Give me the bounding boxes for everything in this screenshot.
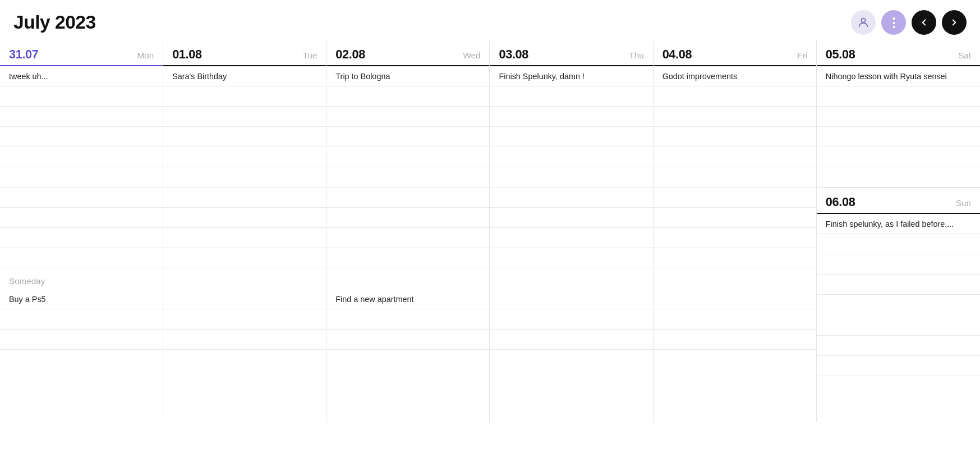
empty-row[interactable] xyxy=(654,107,816,127)
empty-row[interactable] xyxy=(817,316,980,336)
empty-row[interactable] xyxy=(163,127,326,147)
day-name-05-08: Sat xyxy=(958,51,971,60)
empty-row[interactable] xyxy=(0,330,163,350)
someday-label-blank: Someday xyxy=(163,268,326,289)
empty-row[interactable] xyxy=(654,208,816,228)
empty-row[interactable] xyxy=(0,309,163,330)
empty-row[interactable] xyxy=(0,228,163,248)
empty-row[interactable] xyxy=(163,167,326,188)
empty-row[interactable] xyxy=(326,228,489,248)
someday-task-row[interactable]: Buy a Ps5 xyxy=(0,289,163,309)
task-text: Sara's Birthday xyxy=(172,72,227,81)
empty-row[interactable] xyxy=(163,330,326,350)
empty-row[interactable] xyxy=(326,248,489,268)
empty-row[interactable] xyxy=(654,289,816,309)
empty-row[interactable] xyxy=(817,127,980,147)
empty-row[interactable] xyxy=(654,228,816,248)
day-col-31-07: 31.07 Mon tweek uh... Someday Buy a Ps5 xyxy=(0,40,163,422)
empty-row[interactable] xyxy=(0,127,163,147)
empty-row[interactable] xyxy=(817,86,980,107)
empty-row[interactable] xyxy=(163,188,326,208)
someday-task-row[interactable]: Find a new apartment xyxy=(326,289,489,309)
empty-row[interactable] xyxy=(163,309,326,330)
empty-row[interactable] xyxy=(817,167,980,188)
empty-row[interactable] xyxy=(163,289,326,309)
empty-row[interactable] xyxy=(817,275,980,295)
empty-row[interactable] xyxy=(817,356,980,376)
empty-row[interactable] xyxy=(326,167,489,188)
empty-row[interactable] xyxy=(163,147,326,167)
header: July 2023 ⋮ xyxy=(0,0,980,40)
empty-row[interactable] xyxy=(163,208,326,228)
empty-row[interactable] xyxy=(490,208,652,228)
empty-row[interactable] xyxy=(490,248,652,268)
empty-row[interactable] xyxy=(654,86,816,107)
day-col-weekend: 05.08 Sat Nihongo lesson with Ryuta sens… xyxy=(817,40,980,422)
page-title: July 2023 xyxy=(13,12,96,33)
someday-section: Someday Buy a Ps5 xyxy=(0,268,163,350)
task-row[interactable]: tweek uh... xyxy=(0,66,163,86)
empty-row[interactable] xyxy=(490,330,652,350)
empty-row[interactable] xyxy=(0,147,163,167)
empty-row[interactable] xyxy=(490,167,652,188)
task-row[interactable]: Nihongo lesson with Ryuta sensei xyxy=(817,66,980,86)
empty-row[interactable] xyxy=(0,248,163,268)
empty-row[interactable] xyxy=(817,147,980,167)
empty-row[interactable] xyxy=(326,107,489,127)
day-col-01-08: 01.08 Tue Sara's Birthday Someday xyxy=(163,40,326,422)
empty-row[interactable] xyxy=(0,188,163,208)
empty-row[interactable] xyxy=(490,309,652,330)
empty-row[interactable] xyxy=(654,127,816,147)
task-row[interactable]: Finish spelunky, as I failed before,... xyxy=(817,214,980,234)
empty-row[interactable] xyxy=(490,107,652,127)
empty-row[interactable] xyxy=(490,147,652,167)
day-header-04-08: 04.08 Fri xyxy=(654,40,816,66)
empty-row[interactable] xyxy=(163,228,326,248)
empty-row[interactable] xyxy=(326,127,489,147)
empty-row[interactable] xyxy=(326,330,489,350)
empty-row[interactable] xyxy=(0,107,163,127)
empty-row[interactable] xyxy=(326,147,489,167)
empty-row[interactable] xyxy=(326,188,489,208)
empty-row[interactable] xyxy=(490,127,652,147)
day-header-05-08: 05.08 Sat xyxy=(817,40,980,66)
empty-row[interactable] xyxy=(0,86,163,107)
task-row[interactable]: Trip to Bologna xyxy=(326,66,489,86)
empty-row[interactable] xyxy=(817,254,980,275)
empty-row[interactable] xyxy=(163,86,326,107)
empty-row[interactable] xyxy=(326,86,489,107)
empty-row[interactable] xyxy=(490,289,652,309)
user-button[interactable] xyxy=(851,10,876,35)
day-header-06-08: 06.08 Sun xyxy=(817,188,980,214)
empty-row[interactable] xyxy=(654,248,816,268)
task-row[interactable]: Sara's Birthday xyxy=(163,66,326,86)
empty-row[interactable] xyxy=(817,336,980,356)
empty-row[interactable] xyxy=(817,234,980,254)
empty-row[interactable] xyxy=(654,309,816,330)
menu-button[interactable]: ⋮ xyxy=(881,10,906,35)
day-date-04-08: 04.08 xyxy=(662,47,692,62)
someday-label: Someday xyxy=(0,268,163,289)
empty-row[interactable] xyxy=(654,188,816,208)
task-row[interactable]: Godot improvements xyxy=(654,66,816,86)
empty-row[interactable] xyxy=(0,167,163,188)
day-date-03-08: 03.08 xyxy=(499,47,528,62)
day-date-06-08: 06.08 xyxy=(826,195,855,209)
empty-row[interactable] xyxy=(654,330,816,350)
empty-row[interactable] xyxy=(654,147,816,167)
day-header-01-08: 01.08 Tue xyxy=(163,40,326,66)
empty-row[interactable] xyxy=(490,86,652,107)
task-row[interactable]: Finish Spelunky, damn ! xyxy=(490,66,652,86)
empty-row[interactable] xyxy=(817,107,980,127)
next-button[interactable] xyxy=(942,10,967,35)
empty-row[interactable] xyxy=(326,309,489,330)
empty-row[interactable] xyxy=(163,248,326,268)
day-name-03-08: Thu xyxy=(629,51,643,60)
empty-row[interactable] xyxy=(490,228,652,248)
empty-row[interactable] xyxy=(0,208,163,228)
empty-row[interactable] xyxy=(163,107,326,127)
prev-button[interactable] xyxy=(912,10,936,35)
empty-row[interactable] xyxy=(490,188,652,208)
empty-row[interactable] xyxy=(654,167,816,188)
empty-row[interactable] xyxy=(326,208,489,228)
